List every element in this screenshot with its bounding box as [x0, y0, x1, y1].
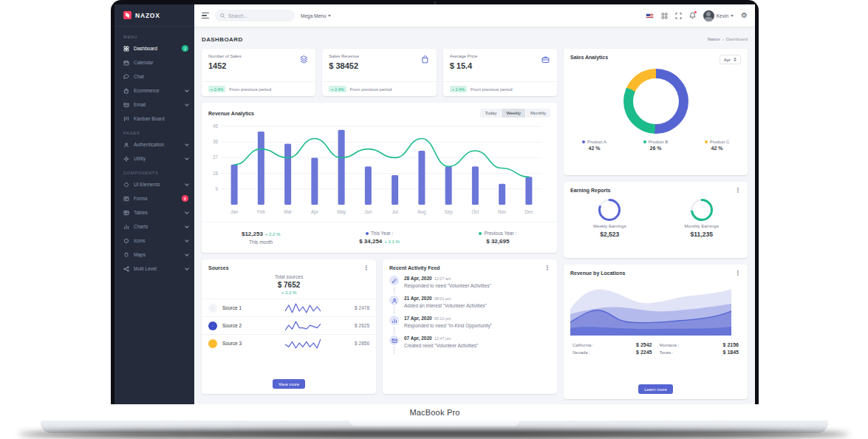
utility-icon	[123, 156, 129, 162]
sidebar-item-maps[interactable]: Maps	[115, 248, 194, 262]
this-year-delta: + 2.1 %	[384, 239, 400, 244]
revenue-analytics-title: Revenue Analytics	[208, 111, 254, 116]
sidebar-item-ecommerce[interactable]: Ecommerce	[115, 84, 194, 98]
hamburger-menu-icon[interactable]	[202, 13, 209, 18]
sidebar-item-forms[interactable]: Forms8	[115, 191, 194, 205]
activity-item-1: 28 Apr, 202012:07 amResponded to need "V…	[389, 276, 550, 296]
search-input[interactable]: Search...	[215, 10, 295, 21]
svg-text:Apr: Apr	[311, 209, 318, 215]
brand-logo[interactable]: NAZOX	[115, 4, 194, 27]
ecommerce-icon	[123, 88, 129, 94]
apps-grid-button[interactable]	[661, 13, 668, 19]
sidebar-item-utility[interactable]: Utility	[115, 152, 194, 166]
legend-pct: 42 %	[589, 146, 601, 151]
sidebar-item-icons[interactable]: Icons	[115, 234, 194, 248]
svg-text:36: 36	[213, 139, 219, 144]
stat-card-sales-revenue: Sales Revenue$ 38452+ 2.4%From previous …	[322, 49, 436, 96]
icons-icon	[123, 238, 129, 244]
svg-text:45: 45	[213, 123, 219, 129]
sidebar-item-label: Multi Level	[134, 266, 181, 271]
location-stat-california: California :$ 2542	[573, 342, 652, 347]
user-icon	[389, 296, 399, 305]
svg-text:Aug: Aug	[417, 209, 426, 215]
chevron-down-icon	[731, 15, 734, 17]
dashboard-icon	[123, 46, 129, 52]
ui-elements-icon	[123, 182, 129, 188]
timeline-connector	[394, 327, 394, 334]
activity-feed-menu-button[interactable]: ⋮	[544, 265, 550, 271]
period-select[interactable]: Apr	[720, 55, 741, 64]
sidebar-item-label: Kanban Board	[134, 116, 188, 121]
mega-menu-button[interactable]: Mega Menu	[301, 13, 331, 18]
previous-year-label: Previous Year :	[484, 231, 516, 236]
sidebar-item-dashboard[interactable]: Dashboard3	[115, 41, 194, 55]
view-more-button[interactable]: View more	[273, 379, 305, 389]
auth-icon	[123, 142, 129, 148]
tab-today[interactable]: Today	[480, 109, 501, 118]
this-year-dot	[366, 232, 369, 235]
svg-text:18: 18	[213, 171, 219, 176]
stat-card-note: From previous period	[229, 87, 271, 92]
svg-text:Jul: Jul	[392, 209, 398, 214]
locations-area-chart	[570, 279, 731, 336]
avatar	[703, 10, 714, 21]
user-menu-button[interactable]: Kevin	[703, 10, 734, 21]
svg-text:Nov: Nov	[498, 209, 507, 214]
laptop-notch	[349, 421, 520, 427]
activity-time: 05:10 pm	[434, 316, 451, 321]
topbar: Search... Mega Menu	[194, 4, 755, 27]
sidebar-item-authentication[interactable]: Authentication	[115, 137, 194, 152]
chevron-down-icon	[185, 156, 189, 160]
sidebar-item-email[interactable]: Email	[115, 98, 194, 112]
sidebar-item-charts[interactable]: Charts	[115, 220, 194, 234]
tab-weekly[interactable]: Weekly	[502, 109, 525, 118]
source-row-3[interactable]: ◦Source 3$ 2856	[202, 334, 376, 352]
earning-reports-menu-button[interactable]: ⋮	[735, 188, 741, 194]
learn-more-button[interactable]: Learn more	[638, 384, 673, 394]
macbook-mockup: NAZOX MENUDashboard3CalendarChatEcommerc…	[0, 0, 868, 439]
email-icon	[123, 102, 129, 108]
sources-menu-button[interactable]: ⋮	[363, 265, 369, 271]
sidebar-item-kanban-board[interactable]: Kanban Board	[115, 112, 194, 126]
sidebar-item-multi-level[interactable]: Multi Level	[115, 262, 194, 276]
activity-item-4: 07 Apr, 202012:47 pmCreated need "Volunt…	[389, 336, 550, 355]
chevron-right-icon: ›	[722, 37, 724, 41]
stat-card-value: 1452	[208, 61, 242, 70]
sidebar-item-label: Authentication	[134, 142, 181, 147]
sidebar-item-label: Utility	[134, 156, 181, 161]
source-row-2[interactable]: ◦Source 2$ 2625	[202, 316, 376, 334]
sidebar-item-calendar[interactable]: Calendar	[115, 55, 194, 69]
activity-text: Added an interest "Volunteer Activities"	[404, 303, 487, 308]
breadcrumb-root[interactable]: Nazox	[708, 37, 720, 41]
sidebar-item-label: Email	[134, 102, 181, 107]
sources-title: Sources	[208, 265, 229, 271]
multilevel-icon	[123, 266, 129, 272]
location-label: California :	[573, 343, 594, 347]
dashboard-icon	[123, 46, 129, 52]
earning-value: $2,523	[600, 231, 619, 238]
language-flag-button[interactable]	[646, 13, 654, 18]
sidebar-item-ui-elements[interactable]: UI Elements	[115, 177, 194, 191]
sources-total: Total sources $ 7652 + 2.2 %	[202, 274, 376, 295]
source-sparkline	[261, 338, 344, 349]
source-sparkline	[261, 320, 344, 331]
chevron-down-icon	[185, 210, 189, 214]
device-label: MacBook Pro	[409, 408, 459, 417]
sidebar-item-chat[interactable]: Chat	[115, 69, 194, 84]
notifications-button[interactable]	[689, 12, 696, 19]
notification-dot	[694, 11, 697, 13]
sales-legend: Product A42 %Product B26 %Product C42 %	[564, 140, 748, 151]
sidebar-item-label: Forms	[134, 196, 177, 201]
tab-monthly[interactable]: Monthly	[526, 109, 550, 118]
user-name: Kevin	[717, 13, 728, 18]
revenue-locations-menu-button[interactable]: ⋮	[735, 270, 741, 276]
fullscreen-button[interactable]	[675, 13, 682, 19]
source-row-1[interactable]: ◦Source 1$ 2478	[202, 299, 376, 316]
stat-card-delta-badge: + 2.4%	[329, 86, 346, 92]
search-placeholder: Search...	[228, 13, 247, 18]
bar-chart-icon	[389, 316, 399, 325]
month-label: This month	[249, 239, 273, 245]
sidebar-item-tables[interactable]: Tables	[115, 205, 194, 220]
settings-button[interactable]: ⚙	[741, 12, 748, 19]
stat-card-value: $ 38452	[329, 61, 359, 70]
